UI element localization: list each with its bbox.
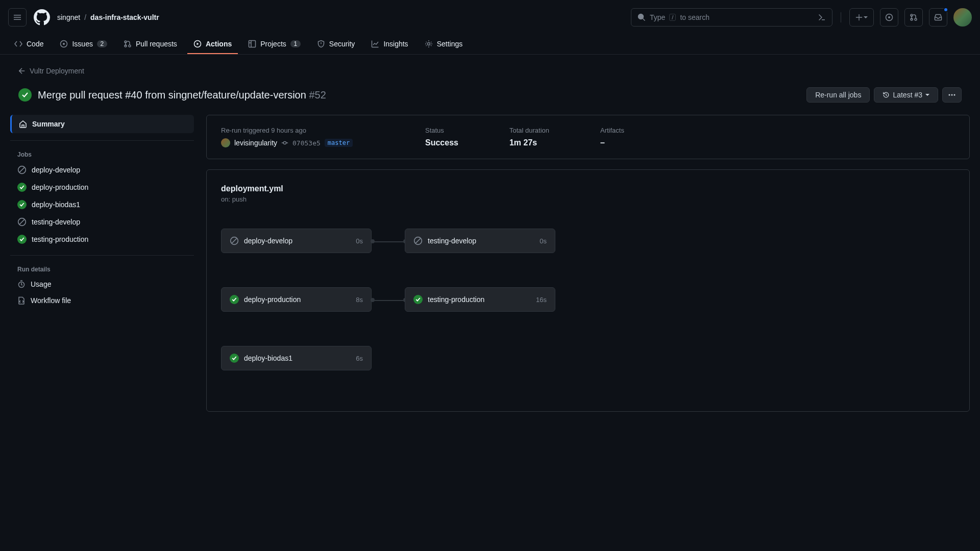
notifications[interactable] — [929, 8, 947, 27]
stopwatch-icon — [17, 280, 26, 288]
pull-icon — [124, 40, 132, 48]
issues-count: 2 — [97, 40, 107, 47]
pulls-shortcut[interactable] — [904, 8, 923, 27]
search-suffix: to search — [680, 13, 709, 21]
sidebar-job-deploy-develop[interactable]: deploy-develop — [10, 161, 194, 179]
svg-rect-5 — [249, 41, 256, 47]
tab-settings[interactable]: Settings — [419, 35, 469, 54]
shield-icon — [317, 40, 325, 48]
repo-nav: Code Issues 2 Pull requests Actions Proj… — [0, 35, 980, 55]
skip-icon — [230, 236, 239, 245]
history-icon — [883, 91, 890, 98]
projects-count: 1 — [290, 40, 301, 47]
more-actions-button[interactable] — [942, 87, 962, 103]
home-icon — [19, 120, 27, 128]
search-kbd: / — [669, 14, 676, 21]
file-icon — [17, 296, 26, 305]
sidebar-job-deploy-production[interactable]: deploy-production — [10, 179, 194, 196]
tab-actions[interactable]: Actions — [187, 35, 238, 54]
tab-insights[interactable]: Insights — [365, 35, 414, 54]
commit-sha[interactable]: 07053e5 — [292, 139, 321, 147]
sidebar-job-testing-develop[interactable]: testing-develop — [10, 213, 194, 231]
skip-icon — [413, 236, 423, 245]
svg-point-6 — [427, 43, 430, 45]
github-logo[interactable] — [33, 8, 51, 27]
job-card-testing-production[interactable]: testing-production 16s — [405, 287, 555, 312]
graph-icon — [371, 40, 379, 48]
duration-label: Total duration — [509, 127, 549, 134]
workflow-file-name: deployment.yml — [221, 184, 955, 193]
caret-down-icon — [925, 93, 929, 97]
sidebar-job-testing-production[interactable]: testing-production — [10, 231, 194, 248]
svg-point-7 — [949, 94, 950, 96]
actor-avatar[interactable] — [221, 138, 230, 147]
tab-projects[interactable]: Projects 1 — [242, 35, 307, 54]
caret-down-icon — [864, 15, 868, 19]
pull-icon — [910, 13, 918, 21]
artifacts-value: – — [600, 138, 624, 147]
artifacts-label: Artifacts — [600, 127, 624, 134]
rerun-all-button[interactable]: Re-run all jobs — [806, 87, 870, 103]
issue-icon — [60, 40, 68, 48]
job-card-deploy-biodas1[interactable]: deploy-biodas1 6s — [221, 346, 372, 370]
issue-icon — [885, 13, 893, 21]
tab-issues[interactable]: Issues 2 — [54, 35, 113, 54]
svg-point-9 — [954, 94, 955, 96]
command-icon — [818, 13, 826, 21]
check-icon — [17, 235, 27, 244]
svg-point-8 — [951, 94, 953, 96]
branch-tag[interactable]: master — [325, 139, 353, 147]
code-icon — [14, 40, 22, 48]
svg-point-3 — [63, 43, 65, 45]
sidebar-workflow-file[interactable]: Workflow file — [10, 292, 194, 309]
workflow-trigger: on: push — [221, 195, 955, 203]
job-card-deploy-develop[interactable]: deploy-develop 0s — [221, 229, 372, 253]
back-link[interactable]: Vultr Deployment — [8, 67, 972, 75]
trigger-label: Re-run triggered 9 hours ago — [221, 127, 374, 134]
sidebar-summary[interactable]: Summary — [10, 115, 194, 133]
sidebar-job-deploy-biodas1[interactable]: deploy-biodas1 — [10, 196, 194, 213]
kebab-icon — [948, 91, 956, 99]
svg-point-1 — [888, 16, 890, 18]
status-label: Status — [425, 127, 458, 134]
owner-link[interactable]: singnet — [57, 13, 80, 21]
rundetails-heading: Run details — [10, 263, 194, 276]
job-card-deploy-production[interactable]: deploy-production 8s — [221, 287, 372, 312]
tab-pulls[interactable]: Pull requests — [117, 35, 183, 54]
check-icon — [17, 200, 27, 209]
run-status-icon — [18, 88, 32, 102]
create-menu[interactable] — [849, 8, 874, 27]
commit-icon — [281, 139, 288, 146]
skip-icon — [17, 165, 27, 174]
tab-security[interactable]: Security — [311, 35, 361, 54]
workflow-card: deployment.yml on: push deploy-develop 0… — [206, 169, 970, 412]
hamburger-menu[interactable] — [8, 8, 27, 27]
user-avatar[interactable] — [953, 8, 972, 27]
run-title-row: Merge pull request #40 from singnet/feat… — [8, 87, 972, 103]
check-icon — [231, 355, 237, 361]
skip-icon — [17, 217, 27, 227]
inbox-icon — [934, 13, 942, 21]
notification-dot — [943, 7, 948, 12]
run-title: Merge pull request #40 from singnet/feat… — [38, 89, 326, 101]
search-input[interactable]: Type / to search — [631, 8, 832, 27]
search-prefix: Type — [650, 13, 665, 21]
status-value: Success — [425, 138, 458, 147]
job-card-testing-develop[interactable]: testing-develop 0s — [405, 229, 555, 253]
svg-point-13 — [283, 141, 286, 144]
plus-icon — [855, 14, 863, 21]
project-icon — [248, 40, 256, 48]
issues-shortcut[interactable] — [880, 8, 898, 27]
duration-value: 1m 27s — [509, 138, 549, 147]
github-icon — [34, 9, 50, 26]
app-header: singnet / das-infra-stack-vultr Type / t… — [0, 0, 980, 35]
repo-link[interactable]: das-infra-stack-vultr — [90, 13, 159, 21]
menu-icon — [13, 13, 21, 21]
check-icon — [231, 296, 237, 303]
check-icon — [21, 91, 29, 99]
actor-name[interactable]: levisingularity — [234, 139, 277, 147]
sidebar-usage[interactable]: Usage — [10, 276, 194, 292]
tab-code[interactable]: Code — [8, 35, 50, 54]
run-info-card: Re-run triggered 9 hours ago levisingula… — [206, 115, 970, 159]
latest-attempt-button[interactable]: Latest #3 — [874, 87, 938, 103]
